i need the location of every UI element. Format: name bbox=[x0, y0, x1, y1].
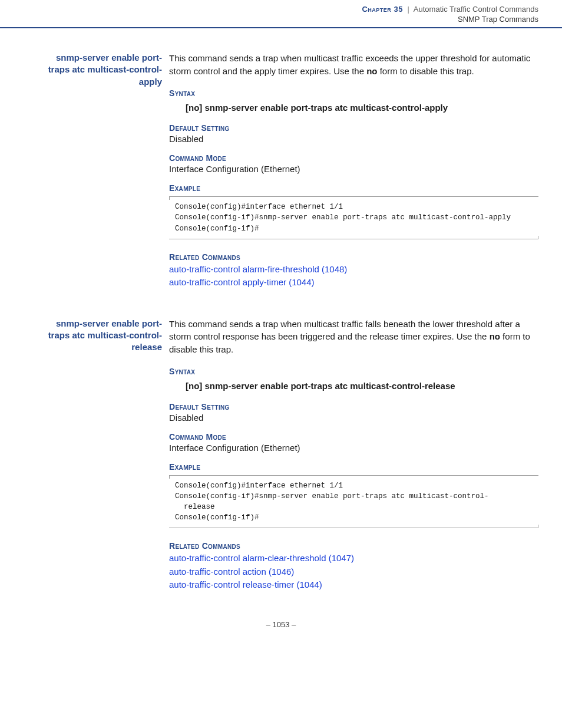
desc-text: This command sends a trap when multicast… bbox=[169, 319, 520, 342]
related-links: auto-traffic-control alarm-fire-threshol… bbox=[169, 263, 538, 289]
page-number: – 1053 – bbox=[0, 620, 562, 641]
default-setting-label: Default Setting bbox=[169, 123, 538, 133]
command-mode-value: Interface Configuration (Ethernet) bbox=[169, 443, 538, 453]
related-link[interactable]: auto-traffic-control apply-timer (1044) bbox=[169, 276, 538, 289]
related-links: auto-traffic-control alarm-clear-thresho… bbox=[169, 552, 538, 592]
default-setting-label: Default Setting bbox=[169, 402, 538, 411]
related-link[interactable]: auto-traffic-control action (1046) bbox=[169, 565, 538, 579]
related-link[interactable]: auto-traffic-control alarm-clear-thresho… bbox=[169, 552, 538, 565]
syntax-value: [no] snmp-server enable port-traps atc m… bbox=[186, 101, 538, 114]
command-mode-label: Command Mode bbox=[169, 432, 538, 442]
related-commands-label: Related Commands bbox=[169, 252, 538, 262]
command-mode-label: Command Mode bbox=[169, 153, 538, 163]
header-title: Automatic Traffic Control Commands bbox=[414, 5, 538, 14]
desc-bold: no bbox=[366, 66, 377, 76]
header-subtitle: SNMP Trap Commands bbox=[0, 15, 538, 24]
syntax-label: Syntax bbox=[169, 88, 538, 98]
example-label: Example bbox=[169, 462, 538, 472]
desc-text: form to disable this trap. bbox=[377, 66, 474, 76]
related-link[interactable]: auto-traffic-control alarm-fire-threshol… bbox=[169, 263, 538, 276]
command-entry: snmp-server enable port-traps atc multic… bbox=[47, 318, 538, 598]
related-link[interactable]: auto-traffic-control release-timer (1044… bbox=[169, 578, 538, 592]
syntax-label: Syntax bbox=[169, 367, 538, 376]
example-code: Console(config)#interface ethernet 1/1 C… bbox=[169, 196, 538, 239]
header-separator: | bbox=[408, 5, 409, 14]
command-entry: snmp-server enable port-traps atc multic… bbox=[47, 52, 538, 295]
command-description: This command sends a trap when multicast… bbox=[169, 52, 538, 78]
command-description: This command sends a trap when multicast… bbox=[169, 318, 538, 356]
default-setting-value: Disabled bbox=[169, 134, 538, 144]
command-mode-value: Interface Configuration (Ethernet) bbox=[169, 164, 538, 174]
desc-bold: no bbox=[490, 331, 500, 341]
desc-text: This command sends a trap when multicast… bbox=[169, 53, 530, 76]
related-commands-label: Related Commands bbox=[169, 541, 538, 551]
page-header: Chapter 35 | Automatic Traffic Control C… bbox=[0, 0, 562, 28]
example-code: Console(config)#interface ethernet 1/1 C… bbox=[169, 475, 538, 529]
chapter-label: Chapter 35 bbox=[362, 5, 402, 14]
syntax-value: [no] snmp-server enable port-traps atc m… bbox=[186, 380, 538, 393]
command-name: snmp-server enable port-traps atc multic… bbox=[47, 52, 169, 88]
example-label: Example bbox=[169, 183, 538, 193]
default-setting-value: Disabled bbox=[169, 413, 538, 423]
command-name: snmp-server enable port-traps atc multic… bbox=[47, 318, 169, 354]
content-area: snmp-server enable port-traps atc multic… bbox=[0, 52, 562, 598]
